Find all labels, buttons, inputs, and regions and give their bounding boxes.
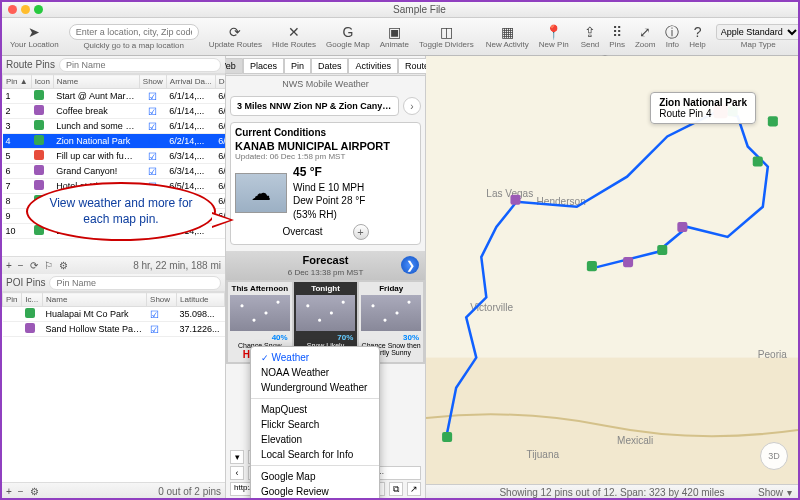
new-pin-button[interactable]: 📍New Pin: [535, 24, 573, 49]
titlebar: Sample File: [2, 2, 798, 18]
route-pins-filter[interactable]: [59, 58, 221, 72]
weather-location-pill[interactable]: 3 Miles NNW Zion NP & Zion Canyo...: [230, 96, 399, 116]
share-icon: ⇪: [584, 24, 596, 40]
map-type-select-wrap: Apple Standard Map Type: [712, 24, 800, 49]
conditions-heading: Current Conditions: [235, 127, 416, 138]
web-source-menu[interactable]: WeatherNOAA WeatherWunderground WeatherM…: [250, 346, 380, 500]
svg-rect-13: [768, 116, 778, 126]
forecast-sub: 6 Dec 13:38 pm MST: [288, 268, 364, 277]
url-prev-button[interactable]: ‹: [230, 466, 244, 480]
map-footer: Showing 12 pins out of 12. Span: 323 by …: [426, 484, 798, 500]
remove-poi-button[interactable]: −: [18, 486, 24, 497]
zoom-icon: ⤢: [639, 24, 651, 40]
forecast-next-button[interactable]: ❯: [401, 256, 419, 274]
table-row[interactable]: 5Fill up car with fuel;...☑6/3/14,...6/3…: [3, 149, 226, 164]
left-sidebar: Route Pins Pin ▲ Icon Name Show Arrival …: [2, 56, 226, 500]
tab-dates[interactable]: Dates: [311, 58, 349, 74]
map-3d-button[interactable]: 3D: [760, 442, 788, 470]
your-location-button[interactable]: ➤Your Location: [6, 24, 63, 49]
table-row[interactable]: Hualapai Mt Co Park☑35.098...: [3, 307, 225, 322]
add-conditions-button[interactable]: +: [353, 224, 369, 240]
menu-item-noaa-weather[interactable]: NOAA Weather: [251, 365, 379, 380]
web-source-select[interactable]: ▾: [230, 450, 244, 464]
map-pin-callout[interactable]: Zion National Park Route Pin 4: [650, 92, 756, 124]
table-row[interactable]: 4Zion National Park☑6/2/14,...6/3...: [3, 134, 226, 149]
menu-item-mapquest[interactable]: MapQuest: [251, 402, 379, 417]
nws-label: NWS Mobile Weather: [226, 76, 425, 92]
map-view[interactable]: Las Vegas Henderson Victorville Tijuana …: [426, 56, 798, 500]
svg-rect-10: [753, 157, 763, 167]
map-footer-stats: Showing 12 pins out of 12. Span: 323 by …: [499, 487, 724, 498]
help-button[interactable]: ?Help: [685, 24, 709, 49]
menu-item-google-map[interactable]: Google Map: [251, 469, 379, 484]
menu-item-wunderground-weather[interactable]: Wunderground Weather: [251, 380, 379, 395]
url-copy-button[interactable]: ⧉: [389, 482, 403, 496]
update-routes-button[interactable]: ⟳Update Routes: [205, 24, 266, 49]
route-flag-button[interactable]: ⚐: [44, 260, 53, 271]
conditions-sky: Overcast: [282, 226, 322, 237]
poi-action-button[interactable]: ⚙: [30, 486, 39, 497]
toggle-dividers-button[interactable]: ◫Toggle Dividers: [415, 24, 478, 49]
tutorial-callout: View weather and more for each map pin.: [26, 182, 216, 241]
next-location-button[interactable]: ›: [403, 97, 421, 115]
map-type-select[interactable]: Apple Standard: [716, 24, 800, 40]
poi-stats: 0 out of 2 pins: [158, 486, 221, 497]
svg-text:Peoria: Peoria: [758, 349, 787, 360]
reload-route-button[interactable]: ⟳: [30, 260, 38, 271]
add-route-pin-button[interactable]: +: [6, 260, 12, 271]
poi-pins-pane: POI Pins Pin Ic... Name Show Latitude Hu…: [2, 274, 225, 500]
animate-button[interactable]: ▣Animate: [376, 24, 413, 49]
send-button[interactable]: ⇪Send: [577, 24, 604, 49]
tab-activities[interactable]: Activities: [348, 58, 398, 74]
conditions-wind: Wind E 10 MPH: [293, 182, 364, 193]
tab-places[interactable]: Places: [243, 58, 284, 74]
add-poi-button[interactable]: +: [6, 486, 12, 497]
map-show-toggle[interactable]: ▾: [787, 487, 792, 498]
menu-item-flickr-search[interactable]: Flickr Search: [251, 417, 379, 432]
window-title: Sample File: [47, 4, 792, 15]
dividers-icon: ◫: [440, 24, 453, 40]
table-row[interactable]: 2Coffee break☑6/1/14,...6/1...: [3, 104, 226, 119]
location-arrow-icon: ➤: [28, 24, 40, 40]
conditions-sky-icon: ☁: [235, 173, 287, 213]
url-open-button[interactable]: ↗: [407, 482, 421, 496]
map-show-label: Show: [758, 487, 783, 498]
menu-item-local-search-for-info[interactable]: Local Search for Info: [251, 447, 379, 462]
svg-rect-16: [623, 257, 633, 267]
menu-item-weather[interactable]: Weather: [251, 350, 379, 365]
tab-pin[interactable]: Pin: [284, 58, 311, 74]
hide-routes-button[interactable]: ✕Hide Routes: [268, 24, 320, 49]
table-row[interactable]: 1Start @ Aunt Mary's...☑6/1/14,...6/1...: [3, 89, 226, 104]
zoom-button[interactable]: ⤢Zoom: [631, 24, 659, 49]
remove-route-pin-button[interactable]: −: [18, 260, 24, 271]
poi-pane-footer: + − ⚙ 0 out of 2 pins: [2, 482, 225, 500]
detail-tabs: WebPlacesPinDatesActivitiesRoutes: [226, 56, 425, 76]
info-button[interactable]: ⓘInfo: [661, 24, 683, 49]
menu-item-google-review[interactable]: Google Review: [251, 484, 379, 499]
location-search-input[interactable]: [69, 24, 199, 40]
x-icon: ✕: [288, 24, 300, 40]
help-icon: ?: [694, 24, 702, 40]
google-icon: G: [342, 24, 353, 40]
google-map-button[interactable]: GGoogle Map: [322, 24, 374, 49]
route-action-button[interactable]: ⚙: [59, 260, 68, 271]
minimize-window-button[interactable]: [21, 5, 30, 14]
poi-pins-filter[interactable]: [49, 276, 221, 290]
table-row[interactable]: 3Lunch and some ga...☑6/1/14,...6/1...: [3, 119, 226, 134]
route-stats: 8 hr, 22 min, 188 mi: [133, 260, 221, 271]
forecast-title: Forecast: [303, 254, 349, 266]
route-pane-footer: + − ⟳ ⚐ ⚙ 8 hr, 22 min, 188 mi: [2, 256, 225, 274]
calendar-icon: ▦: [501, 24, 514, 40]
new-activity-button[interactable]: ▦New Activity: [482, 24, 533, 49]
conditions-temp: 45 °F: [293, 165, 322, 179]
poi-pins-table[interactable]: Pin Ic... Name Show Latitude Hualapai Mt…: [2, 292, 225, 337]
conditions-dew: Dew Point 28 °F: [293, 195, 365, 206]
menu-item-elevation[interactable]: Elevation: [251, 432, 379, 447]
svg-text:Tijuana: Tijuana: [527, 449, 560, 460]
pins-button[interactable]: ⠿Pins: [605, 24, 629, 49]
callout-sub: Route Pin 4: [659, 108, 711, 119]
close-window-button[interactable]: [8, 5, 17, 14]
zoom-window-button[interactable]: [34, 5, 43, 14]
table-row[interactable]: 6Grand Canyon!☑6/3/14,...6/5...: [3, 164, 226, 179]
table-row[interactable]: Sand Hollow State Park - ...☑37.1226...: [3, 322, 225, 337]
